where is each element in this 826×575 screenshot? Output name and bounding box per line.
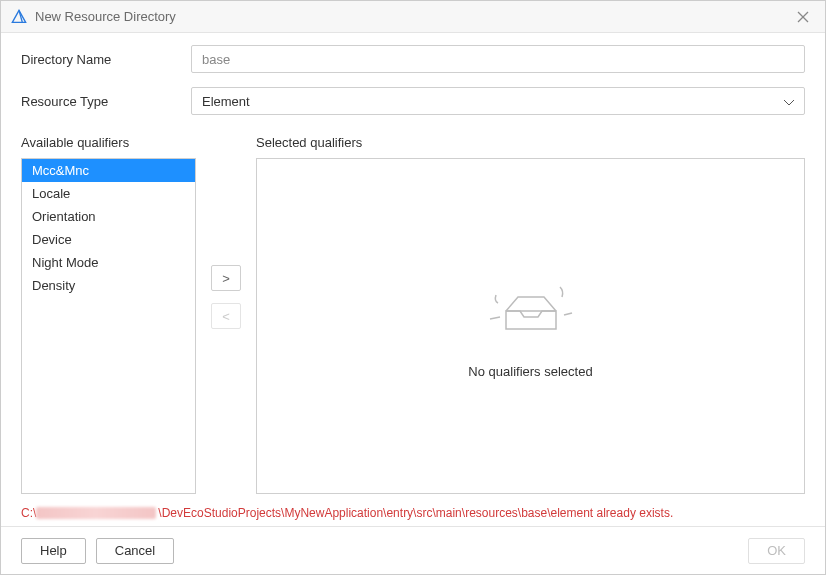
empty-message: No qualifiers selected xyxy=(468,364,592,379)
list-item[interactable]: Orientation xyxy=(22,205,195,228)
empty-box-icon xyxy=(476,273,586,346)
dialog-title: New Resource Directory xyxy=(35,9,791,24)
chevron-down-icon xyxy=(784,94,794,109)
list-item[interactable]: Device xyxy=(22,228,195,251)
app-icon xyxy=(11,9,27,25)
titlebar: New Resource Directory xyxy=(1,1,825,33)
chevron-right-icon: > xyxy=(222,271,230,286)
ok-button[interactable]: OK xyxy=(748,538,805,564)
resource-type-value: Element xyxy=(202,94,784,109)
resource-type-row: Resource Type Element xyxy=(21,87,805,115)
dialog-content: Directory Name Resource Type Element Ava… xyxy=(1,33,825,494)
list-item[interactable]: Mcc&Mnc xyxy=(22,159,195,182)
list-item[interactable]: Night Mode xyxy=(22,251,195,274)
svg-line-3 xyxy=(564,313,572,315)
svg-line-2 xyxy=(490,317,500,319)
resource-type-select[interactable]: Element xyxy=(191,87,805,115)
directory-name-input[interactable] xyxy=(191,45,805,73)
help-button[interactable]: Help xyxy=(21,538,86,564)
selected-column: Selected qualifiers xyxy=(256,135,805,494)
available-label: Available qualifiers xyxy=(21,135,196,150)
available-qualifiers-list[interactable]: Mcc&MncLocaleOrientationDeviceNight Mode… xyxy=(21,158,196,494)
add-qualifier-button[interactable]: > xyxy=(211,265,241,291)
selected-qualifiers-box: No qualifiers selected xyxy=(256,158,805,494)
close-button[interactable] xyxy=(791,5,815,29)
error-suffix: \DevEcoStudioProjects\MyNewApplication\e… xyxy=(158,506,673,520)
directory-name-row: Directory Name xyxy=(21,45,805,73)
chevron-left-icon: < xyxy=(222,309,230,324)
list-item[interactable]: Locale xyxy=(22,182,195,205)
available-column: Available qualifiers Mcc&MncLocaleOrient… xyxy=(21,135,196,494)
list-item[interactable]: Density xyxy=(22,274,195,297)
directory-name-label: Directory Name xyxy=(21,52,191,67)
dialog-footer: Help Cancel OK xyxy=(1,526,825,574)
transfer-buttons: > < xyxy=(210,135,242,494)
error-prefix: C:\ xyxy=(21,506,36,520)
redacted-path-segment xyxy=(36,507,156,519)
close-icon xyxy=(797,11,809,23)
resource-type-label: Resource Type xyxy=(21,94,191,109)
error-message: C:\ \DevEcoStudioProjects\MyNewApplicati… xyxy=(1,494,825,526)
remove-qualifier-button[interactable]: < xyxy=(211,303,241,329)
cancel-button[interactable]: Cancel xyxy=(96,538,174,564)
selected-label: Selected qualifiers xyxy=(256,135,805,150)
qualifiers-area: Available qualifiers Mcc&MncLocaleOrient… xyxy=(21,135,805,494)
dialog-window: New Resource Directory Directory Name Re… xyxy=(0,0,826,575)
